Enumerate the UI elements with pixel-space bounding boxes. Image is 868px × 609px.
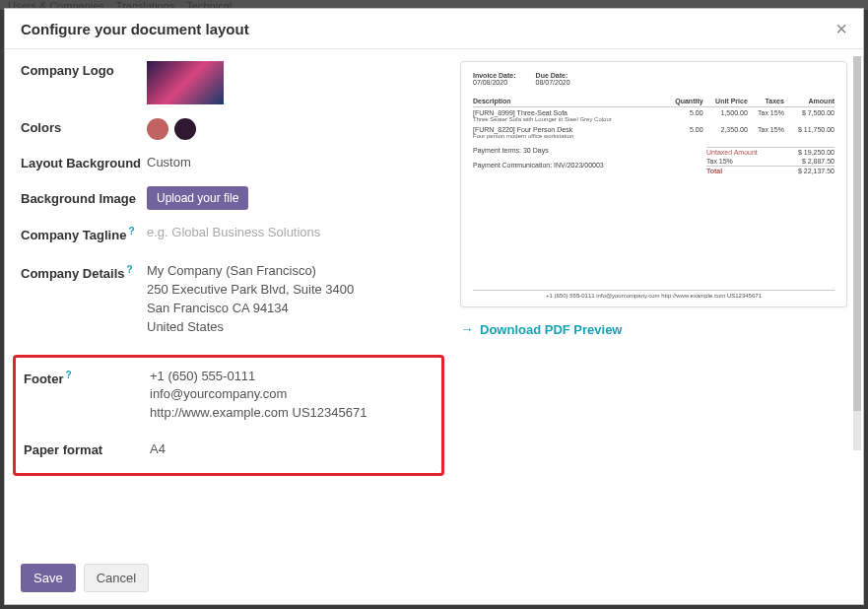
form-column: Company Logo Colors Layout Background Cu…: [21, 61, 444, 554]
arrow-right-icon: →: [460, 321, 474, 337]
th-description: Description: [473, 96, 664, 107]
save-button[interactable]: Save: [21, 564, 76, 592]
company-details-value[interactable]: My Company (San Francisco) 250 Executive…: [147, 262, 444, 336]
highlighted-section: Footer? +1 (650) 555-0111 info@yourcompa…: [13, 355, 444, 476]
modal-footer: Save Cancel: [5, 554, 863, 604]
layout-background-label: Layout Background: [21, 154, 147, 170]
paper-format-value[interactable]: A4: [150, 440, 434, 459]
modal-title: Configure your document layout: [21, 21, 249, 37]
document-preview: Invoice Date: 07/08/2020 Due Date: 08/07…: [460, 61, 847, 307]
modal-header: Configure your document layout ×: [5, 9, 863, 49]
close-icon[interactable]: ×: [835, 19, 847, 38]
th-quantity: Quantity: [664, 96, 702, 107]
paper-format-label: Paper format: [24, 440, 150, 457]
invoice-date-label: Invoice Date:: [473, 72, 516, 79]
color-swatch-1[interactable]: [147, 118, 168, 140]
cancel-button[interactable]: Cancel: [84, 564, 149, 592]
due-date-value: 08/07/2020: [536, 79, 570, 86]
preview-footer: +1 (650) 555-0111 info@yourcompany.com h…: [473, 290, 835, 299]
table-row: [FURN_8220] Four Person Desk Four person…: [473, 124, 835, 141]
scrollbar-thumb[interactable]: [853, 56, 861, 411]
company-logo-label: Company Logo: [21, 61, 147, 78]
colors-label: Colors: [21, 118, 147, 135]
upload-file-button[interactable]: Upload your file: [147, 186, 248, 210]
invoice-date-value: 07/08/2020: [473, 79, 516, 86]
company-tagline-label: Company Tagline?: [21, 224, 147, 242]
footer-value[interactable]: +1 (650) 555-0111 info@yourcompany.com h…: [150, 368, 434, 424]
help-icon[interactable]: ?: [65, 370, 71, 380]
download-pdf-link[interactable]: → Download PDF Preview: [460, 321, 847, 337]
company-tagline-input[interactable]: e.g. Global Business Solutions: [147, 224, 444, 242]
preview-line-items-table: Description Quantity Unit Price Taxes Am…: [473, 96, 835, 141]
modal-body: Company Logo Colors Layout Background Cu…: [5, 49, 863, 554]
company-details-label: Company Details?: [21, 262, 147, 281]
document-layout-modal: Configure your document layout × Company…: [4, 8, 864, 605]
scrollbar[interactable]: [853, 56, 861, 450]
footer-label: Footer?: [24, 368, 150, 386]
table-row: [FURN_8999] Three-Seat Sofa Three Seater…: [473, 107, 835, 125]
background-image-label: Background Image: [21, 189, 147, 206]
color-swatches: [147, 118, 444, 140]
company-logo-image[interactable]: [147, 61, 224, 104]
th-unit-price: Unit Price: [703, 96, 748, 107]
th-amount: Amount: [784, 96, 835, 107]
help-icon[interactable]: ?: [128, 226, 134, 237]
help-icon[interactable]: ?: [126, 264, 132, 275]
due-date-label: Due Date:: [536, 72, 570, 79]
color-swatch-2[interactable]: [174, 118, 196, 140]
preview-column: Invoice Date: 07/08/2020 Due Date: 08/07…: [444, 61, 847, 554]
layout-background-value[interactable]: Custom: [147, 154, 444, 172]
th-taxes: Taxes: [748, 96, 784, 107]
